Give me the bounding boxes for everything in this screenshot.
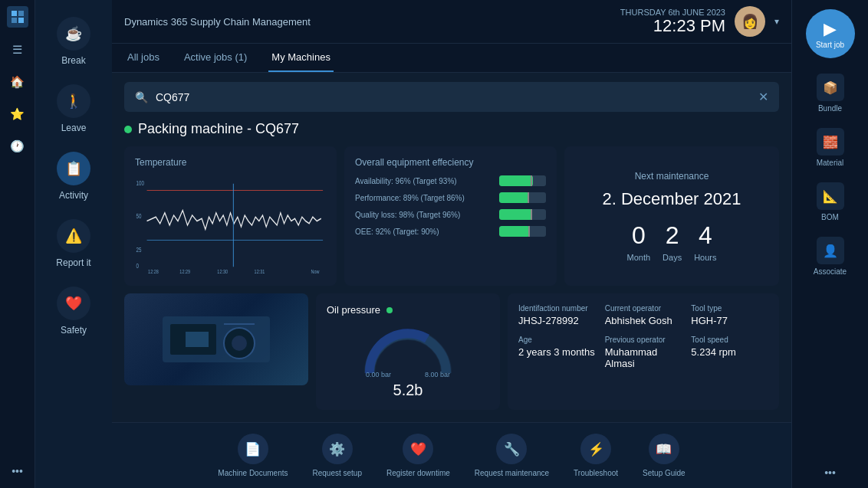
days-value: 2 bbox=[663, 221, 682, 250]
hours-value: 4 bbox=[694, 221, 716, 250]
favorites-icon[interactable]: ⭐ bbox=[4, 100, 31, 128]
oil-gauge bbox=[362, 323, 454, 377]
action-register-downtime[interactable]: ❤️ Register downtime bbox=[386, 434, 450, 477]
sidebar-item-leave[interactable]: 🚶 Leave bbox=[43, 77, 104, 141]
svg-text:12:30: 12:30 bbox=[217, 268, 228, 274]
avatar-container: 👩 bbox=[735, 6, 765, 37]
svg-rect-0 bbox=[12, 11, 17, 16]
info-id-value: JHSJ-278992 bbox=[518, 315, 596, 326]
info-operator-label: Current operator bbox=[605, 304, 682, 313]
safety-label: Safety bbox=[61, 325, 87, 336]
oee-total-label: OEE: 92% (Target: 90%) bbox=[355, 228, 493, 236]
register-downtime-label: Register downtime bbox=[386, 469, 450, 477]
svg-point-19 bbox=[232, 336, 247, 351]
temperature-card: Temperature 100 50 25 0 bbox=[124, 146, 337, 286]
activity-icon: 📋 bbox=[57, 152, 90, 185]
temperature-title: Temperature bbox=[135, 157, 326, 168]
nav-sidebar: ☕ Break 🚶 Leave 📋 Activity ⚠️ Report it … bbox=[35, 0, 112, 488]
machine-name: Packing machine - CQ677 bbox=[138, 121, 299, 137]
oee-row-total: OEE: 92% (Target: 90%) bbox=[355, 226, 546, 237]
sidebar-item-report[interactable]: ⚠️ Report it bbox=[43, 211, 104, 276]
oee-row-quality: Quality loss: 98% (Target 96%) bbox=[355, 209, 546, 220]
request-setup-icon: ⚙️ bbox=[322, 434, 353, 464]
request-maintenance-icon: 🔧 bbox=[496, 434, 527, 464]
right-nav-more-icon[interactable]: ••• bbox=[824, 467, 836, 479]
sidebar-item-safety[interactable]: ❤️ Safety bbox=[43, 279, 104, 343]
header-right: THURSDAY 6th JUNE 2023 12:23 PM 👩 ▾ bbox=[620, 6, 779, 37]
setup-guide-icon: 📖 bbox=[649, 434, 679, 464]
menu-icon[interactable]: ☰ bbox=[4, 36, 31, 64]
right-nav-bundle[interactable]: 📦 Bundle bbox=[800, 67, 861, 119]
machine-image-card bbox=[124, 293, 308, 385]
machine-title-row: Packing machine - CQ677 bbox=[124, 121, 779, 137]
associate-icon: 👤 bbox=[817, 237, 844, 264]
action-machine-docs[interactable]: 📄 Machine Documents bbox=[218, 434, 288, 477]
start-job-button[interactable]: ▶ Start job bbox=[806, 9, 855, 58]
svg-rect-2 bbox=[12, 18, 17, 23]
avatar-chevron-icon[interactable]: ▾ bbox=[774, 16, 779, 27]
info-tool-speed-label: Tool speed bbox=[691, 336, 768, 344]
info-tool-type-label: Tool type bbox=[691, 304, 768, 313]
oee-availability-label: Availability: 96% (Target 93%) bbox=[355, 177, 493, 185]
info-id: Identifaction number JHSJ-278992 bbox=[518, 304, 596, 326]
machine-docs-label: Machine Documents bbox=[218, 469, 288, 477]
days-label: Days bbox=[663, 253, 682, 262]
oee-quality-fill bbox=[499, 209, 532, 220]
maintenance-date: 2. December 2021 bbox=[603, 189, 741, 209]
tab-active-jobs[interactable]: Active jobs (1) bbox=[181, 44, 250, 72]
action-setup-guide[interactable]: 📖 Setup Guide bbox=[643, 434, 686, 477]
action-request-setup[interactable]: ⚙️ Request setup bbox=[312, 434, 362, 477]
svg-text:12:31: 12:31 bbox=[255, 268, 265, 274]
right-nav-material[interactable]: 🧱 Material bbox=[800, 122, 861, 173]
svg-rect-1 bbox=[18, 11, 24, 16]
right-nav-bom[interactable]: 📐 BOM bbox=[800, 176, 861, 228]
recent-icon[interactable]: 🕐 bbox=[4, 133, 31, 160]
associate-label: Associate bbox=[814, 267, 847, 276]
request-maintenance-label: Request maintenance bbox=[475, 469, 549, 477]
sidebar-item-break[interactable]: ☕ Break bbox=[43, 9, 104, 74]
material-icon: 🧱 bbox=[817, 128, 844, 156]
maintenance-card: Next maintenance 2. December 2021 0 Mont… bbox=[564, 146, 779, 286]
info-age-value: 2 years 3 months bbox=[518, 346, 596, 358]
svg-text:50: 50 bbox=[136, 212, 142, 220]
month-counter: 0 Month bbox=[627, 221, 651, 262]
leave-label: Leave bbox=[61, 123, 87, 133]
setup-guide-label: Setup Guide bbox=[643, 469, 686, 477]
oil-title: Oil pressure bbox=[327, 304, 380, 316]
info-grid: Identifaction number JHSJ-278992 Current… bbox=[518, 304, 768, 369]
svg-text:12:28: 12:28 bbox=[148, 268, 159, 274]
svg-text:12:29: 12:29 bbox=[179, 268, 190, 274]
app-logo bbox=[7, 6, 28, 28]
svg-text:0: 0 bbox=[136, 262, 139, 270]
home-icon[interactable]: 🏠 bbox=[4, 68, 31, 96]
search-input[interactable] bbox=[156, 91, 751, 103]
sidebar-item-activity[interactable]: 📋 Activity bbox=[43, 144, 104, 208]
request-setup-label: Request setup bbox=[312, 469, 362, 477]
tab-my-machines[interactable]: My Machines bbox=[268, 44, 334, 72]
oee-total-target bbox=[528, 226, 530, 237]
right-sidebar: ▶ Start job 📦 Bundle 🧱 Material 📐 BOM 👤 … bbox=[791, 0, 868, 488]
user-avatar[interactable]: 👩 bbox=[735, 6, 765, 37]
search-close-icon[interactable]: ✕ bbox=[758, 90, 768, 104]
break-icon: ☕ bbox=[57, 17, 90, 51]
oee-performance-fill bbox=[499, 192, 529, 203]
play-icon: ▶ bbox=[824, 19, 837, 39]
action-bar: 📄 Machine Documents ⚙️ Request setup ❤️ … bbox=[112, 422, 791, 488]
action-request-maintenance[interactable]: 🔧 Request maintenance bbox=[475, 434, 549, 477]
search-bar: 🔍 ✕ bbox=[124, 82, 779, 112]
oil-pressure-card: Oil pressure 0.00 bar 8.00 bar 5.2b bbox=[316, 293, 500, 410]
hours-counter: 4 Hours bbox=[694, 221, 716, 262]
action-troubleshoot[interactable]: ⚡ Troubleshoot bbox=[574, 434, 618, 477]
oee-title: Overall equipment effeciency bbox=[355, 157, 546, 168]
app-title: Dynamics 365 Supply Chain Management bbox=[124, 16, 311, 28]
info-operator: Current operator Abhishek Gosh bbox=[605, 304, 682, 326]
right-nav-associate[interactable]: 👤 Associate bbox=[800, 231, 861, 282]
report-label: Report it bbox=[56, 257, 90, 268]
sidebar-more-icon[interactable]: ••• bbox=[4, 460, 31, 482]
tab-all-jobs[interactable]: All jobs bbox=[124, 44, 163, 72]
info-tool-type: Tool type HGH-77 bbox=[691, 304, 768, 326]
oee-availability-fill bbox=[499, 175, 533, 186]
svg-rect-21 bbox=[186, 332, 209, 347]
report-icon: ⚠️ bbox=[57, 219, 90, 253]
leave-icon: 🚶 bbox=[57, 84, 90, 118]
